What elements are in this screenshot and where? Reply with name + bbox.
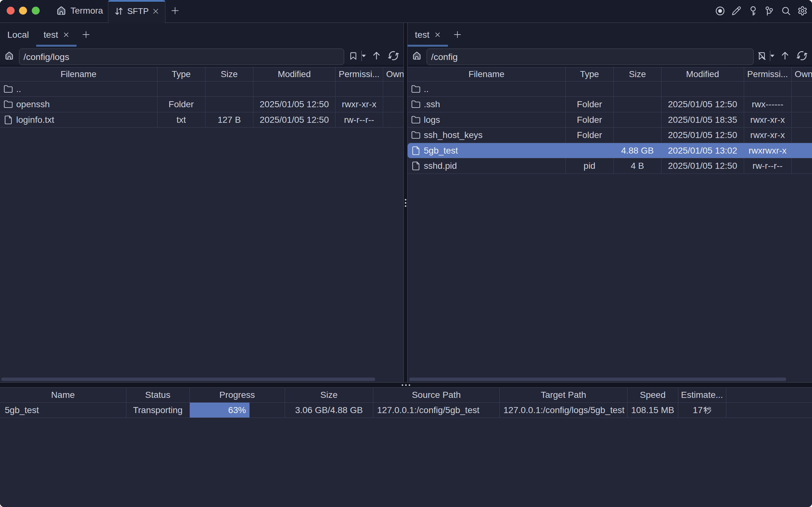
column-header-Name[interactable]: Name	[0, 388, 126, 402]
column-header-Size[interactable]: Size	[205, 67, 253, 81]
pane-tab-Local[interactable]: Local	[0, 23, 36, 47]
column-header-Owner[interactable]: Owner	[792, 67, 812, 81]
file-row-logs[interactable]: logsFolder2025/01/05 18:35rwxr-xr-x	[408, 112, 812, 128]
file-row-loginfo.txt[interactable]: loginfo.txttxt127 B2025/01/05 12:50rw-r-…	[0, 112, 403, 128]
column-header-Permissi...[interactable]: Permissi...	[335, 67, 383, 81]
seam	[408, 65, 812, 67]
refresh-button[interactable]	[797, 50, 808, 61]
close-tab-button[interactable]	[435, 32, 441, 38]
file-row-5gb_test[interactable]: 5gb_test4.88 GB2025/01/05 13:02rwxrwxr-x	[408, 143, 812, 159]
file-row-.ssh[interactable]: .sshFolder2025/01/05 12:50rwx------	[408, 97, 812, 112]
column-header-Type[interactable]: Type	[566, 67, 613, 81]
file-row-..[interactable]: ..	[408, 81, 812, 97]
branch-icon	[765, 6, 774, 16]
file-row-sshd.pid[interactable]: sshd.pidpid4 B2025/01/05 12:50rw-r--r--	[408, 158, 812, 174]
grip-dot	[405, 202, 406, 204]
cell-type	[566, 143, 613, 158]
search-button[interactable]	[781, 6, 791, 16]
left-pane-tabs: Localtest	[0, 23, 403, 47]
seam	[0, 65, 403, 67]
filename-text: 5gb_test	[424, 146, 458, 156]
cell-permissions	[744, 81, 792, 97]
filename-cell: ssh_host_keys	[408, 127, 566, 143]
new-pane-tab-button[interactable]	[448, 23, 467, 47]
new-terminal-tab-button[interactable]	[170, 0, 180, 23]
bookmark-dropdown-button[interactable]	[770, 54, 775, 57]
record-button[interactable]	[715, 6, 725, 16]
cell-modified: 2025/01/05 12:50	[661, 158, 744, 174]
file-table-header: FilenameTypeSizeModifiedPermissi...Owner	[408, 67, 812, 81]
column-header-Source Path[interactable]: Source Path	[373, 388, 500, 402]
file-row-..[interactable]: ..	[0, 81, 403, 97]
filename-cell: ..	[408, 81, 566, 97]
tab-termora-home[interactable]: Termora	[51, 0, 109, 23]
cell-modified	[253, 81, 335, 97]
new-pane-tab-button[interactable]	[76, 23, 96, 47]
bookmark-dropdown-button[interactable]	[361, 54, 366, 57]
folder-icon	[411, 100, 421, 109]
vertical-splitter[interactable]	[403, 23, 408, 382]
folder-icon	[411, 84, 421, 94]
cell-modified: 2025/01/05 12:50	[661, 97, 744, 112]
column-header-Speed[interactable]: Speed	[628, 388, 679, 402]
left-pathbar: /config/logs	[0, 47, 403, 65]
column-header-Estimate...[interactable]: Estimate...	[679, 388, 726, 402]
column-header-Size[interactable]: Size	[613, 67, 661, 81]
folder-icon	[411, 115, 421, 125]
column-header-Permissi...[interactable]: Permissi...	[744, 67, 792, 81]
bookmark-slash-icon	[757, 50, 766, 62]
column-header-Filename[interactable]: Filename	[408, 67, 566, 81]
close-tab-button[interactable]	[63, 32, 69, 38]
refresh-icon	[797, 50, 807, 61]
column-header-Modified[interactable]: Modified	[661, 67, 744, 81]
grip-dot	[405, 205, 406, 207]
settings-button[interactable]	[797, 6, 808, 16]
column-header-Status[interactable]: Status	[126, 388, 190, 402]
column-header-Owner[interactable]: Owner	[383, 67, 404, 81]
pane-tab-test[interactable]: test	[36, 23, 76, 47]
cell-type: txt	[157, 112, 206, 127]
file-row-ssh_host_keys[interactable]: ssh_host_keysFolder2025/01/05 12:50rwxr-…	[408, 127, 812, 143]
minimize-window-button[interactable]	[19, 7, 27, 15]
column-header-Size[interactable]: Size	[285, 388, 374, 402]
filename-cell: 5gb_test	[408, 143, 566, 158]
home-icon[interactable]	[412, 51, 421, 60]
cell-type: pid	[566, 158, 613, 174]
cell-size: 127 B	[205, 112, 253, 127]
close-icon[interactable]	[152, 8, 159, 15]
column-header-Modified[interactable]: Modified	[253, 67, 335, 81]
transfer-row-5gb_test[interactable]: 5gb_testTransporting63%3.06 GB/4.88 GB12…	[0, 403, 812, 418]
close-window-button[interactable]	[7, 7, 15, 15]
scrollbar-thumb[interactable]	[1, 378, 375, 381]
bookmark-button[interactable]	[348, 50, 359, 62]
keys-button[interactable]	[748, 6, 758, 16]
macro-button[interactable]	[764, 6, 774, 16]
tab-sftp[interactable]: SFTP	[108, 0, 165, 23]
cell-size	[613, 127, 661, 143]
scrollbar-thumb[interactable]	[409, 378, 786, 381]
pane-tab-test[interactable]: test	[408, 23, 448, 47]
filename-text: ..	[16, 84, 21, 94]
parent-directory-button[interactable]	[372, 51, 382, 61]
folder-icon	[411, 130, 421, 140]
horizontal-splitter[interactable]	[0, 382, 812, 388]
file-row-openssh[interactable]: opensshFolder2025/01/05 12:50rwxr-xr-x	[0, 97, 403, 112]
column-header-Type[interactable]: Type	[157, 67, 206, 81]
refresh-button[interactable]	[388, 50, 399, 61]
cell-owner	[792, 143, 812, 158]
edit-button[interactable]	[732, 6, 742, 16]
right-path-input[interactable]: /config	[427, 49, 754, 65]
left-path-input[interactable]: /config/logs	[19, 49, 344, 65]
column-header-Filename[interactable]: Filename	[0, 67, 157, 81]
filename-text: loginfo.txt	[16, 115, 54, 125]
path-text: /config/logs	[23, 52, 69, 62]
column-header-Progress[interactable]: Progress	[190, 388, 285, 402]
folder-icon	[3, 84, 13, 94]
parent-directory-button[interactable]	[780, 51, 791, 61]
column-header-Target Path[interactable]: Target Path	[500, 388, 628, 402]
bookmark-button[interactable]	[756, 50, 767, 62]
zoom-window-button[interactable]	[32, 7, 40, 15]
titlebar: Termora SFTP	[0, 0, 812, 23]
home-icon[interactable]	[5, 51, 14, 60]
transfer-status-cell: Transporting	[126, 403, 190, 417]
